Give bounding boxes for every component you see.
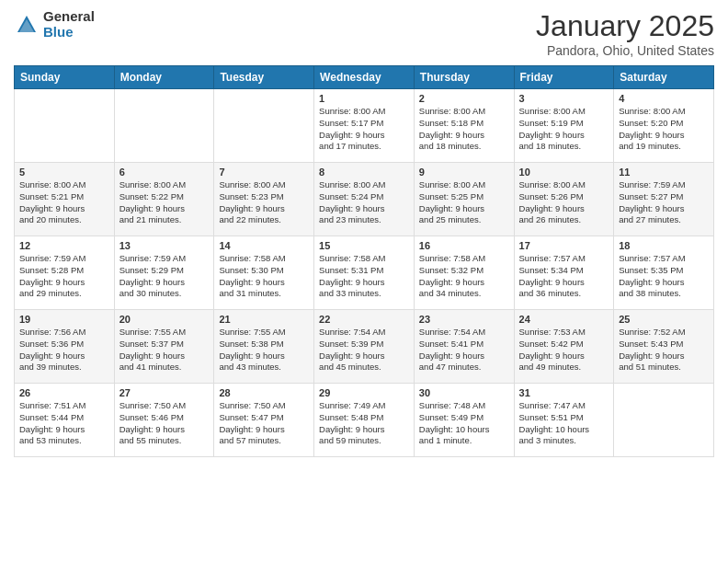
col-monday: Monday [114,66,214,89]
col-saturday: Saturday [614,66,714,89]
logo-icon [14,12,40,38]
cell-date-number: 12 [19,240,109,251]
calendar-row-1: 1Sunrise: 8:00 AM Sunset: 5:17 PM Daylig… [15,89,714,163]
cell-date-number: 3 [519,93,609,104]
cell-info-text: Sunrise: 7:59 AM Sunset: 5:27 PM Dayligh… [619,179,709,226]
table-row: 24Sunrise: 7:53 AM Sunset: 5:42 PM Dayli… [514,310,614,384]
col-friday: Friday [514,66,614,89]
col-thursday: Thursday [414,66,514,89]
cell-date-number: 23 [419,314,509,325]
cell-info-text: Sunrise: 7:53 AM Sunset: 5:42 PM Dayligh… [519,327,609,373]
cell-info-text: Sunrise: 8:00 AM Sunset: 5:25 PM Dayligh… [419,179,509,226]
cell-date-number: 8 [319,167,409,178]
cell-info-text: Sunrise: 8:00 AM Sunset: 5:18 PM Dayligh… [419,106,509,153]
table-row: 10Sunrise: 8:00 AM Sunset: 5:26 PM Dayli… [514,163,614,236]
cell-date-number: 31 [519,387,609,398]
logo-general-text: General [43,9,95,25]
cell-date-number: 25 [619,314,709,325]
header-row: Sunday Monday Tuesday Wednesday Thursday… [15,66,714,89]
cell-info-text: Sunrise: 7:54 AM Sunset: 5:39 PM Dayligh… [319,327,409,373]
table-row: 18Sunrise: 7:57 AM Sunset: 5:35 PM Dayli… [614,236,714,310]
cell-info-text: Sunrise: 7:58 AM Sunset: 5:31 PM Dayligh… [319,253,409,300]
calendar-title: January 2025 [536,9,714,43]
table-row: 23Sunrise: 7:54 AM Sunset: 5:41 PM Dayli… [414,310,514,384]
cell-date-number: 21 [219,314,309,325]
col-sunday: Sunday [15,66,115,89]
calendar-table: Sunday Monday Tuesday Wednesday Thursday… [14,65,714,457]
cell-info-text: Sunrise: 7:57 AM Sunset: 5:34 PM Dayligh… [519,253,609,300]
cell-info-text: Sunrise: 7:47 AM Sunset: 5:51 PM Dayligh… [519,400,609,447]
cell-info-text: Sunrise: 8:00 AM Sunset: 5:23 PM Dayligh… [219,179,309,226]
table-row: 8Sunrise: 8:00 AM Sunset: 5:24 PM Daylig… [314,163,415,236]
calendar-row-3: 12Sunrise: 7:59 AM Sunset: 5:28 PM Dayli… [15,236,714,310]
cell-info-text: Sunrise: 8:00 AM Sunset: 5:17 PM Dayligh… [319,106,409,153]
cell-date-number: 4 [619,93,709,104]
cell-info-text: Sunrise: 7:52 AM Sunset: 5:43 PM Dayligh… [619,327,709,373]
page: General Blue January 2025 Pandora, Ohio,… [0,0,728,563]
table-row: 1Sunrise: 8:00 AM Sunset: 5:17 PM Daylig… [314,89,415,163]
cell-info-text: Sunrise: 8:00 AM Sunset: 5:24 PM Dayligh… [319,179,409,226]
logo-text: General Blue [43,9,95,40]
cell-date-number: 20 [119,314,210,325]
table-row: 29Sunrise: 7:49 AM Sunset: 5:48 PM Dayli… [314,384,415,457]
table-row: 16Sunrise: 7:58 AM Sunset: 5:32 PM Dayli… [414,236,514,310]
cell-info-text: Sunrise: 7:50 AM Sunset: 5:46 PM Dayligh… [119,400,210,447]
cell-info-text: Sunrise: 8:00 AM Sunset: 5:20 PM Dayligh… [619,106,709,153]
cell-info-text: Sunrise: 7:51 AM Sunset: 5:44 PM Dayligh… [19,400,109,447]
cell-date-number: 18 [619,240,709,251]
cell-info-text: Sunrise: 7:50 AM Sunset: 5:47 PM Dayligh… [219,400,309,447]
cell-date-number: 26 [19,387,109,398]
cell-info-text: Sunrise: 7:59 AM Sunset: 5:29 PM Dayligh… [119,253,210,300]
cell-date-number: 29 [319,387,409,398]
cell-date-number: 30 [419,387,509,398]
table-row: 3Sunrise: 8:00 AM Sunset: 5:19 PM Daylig… [514,89,614,163]
col-tuesday: Tuesday [214,66,314,89]
table-row: 21Sunrise: 7:55 AM Sunset: 5:38 PM Dayli… [214,310,314,384]
table-row [614,384,714,457]
table-row: 11Sunrise: 7:59 AM Sunset: 5:27 PM Dayli… [614,163,714,236]
table-row: 28Sunrise: 7:50 AM Sunset: 5:47 PM Dayli… [214,384,314,457]
header: General Blue January 2025 Pandora, Ohio,… [14,9,714,58]
cell-info-text: Sunrise: 7:57 AM Sunset: 5:35 PM Dayligh… [619,253,709,300]
cell-date-number: 15 [319,240,409,251]
cell-date-number: 1 [319,93,409,104]
title-block: January 2025 Pandora, Ohio, United State… [536,9,714,58]
cell-date-number: 16 [419,240,509,251]
col-wednesday: Wednesday [314,66,415,89]
table-row: 5Sunrise: 8:00 AM Sunset: 5:21 PM Daylig… [15,163,115,236]
cell-info-text: Sunrise: 7:59 AM Sunset: 5:28 PM Dayligh… [19,253,109,300]
cell-date-number: 10 [519,167,609,178]
logo-blue-text: Blue [43,25,95,40]
cell-date-number: 22 [319,314,409,325]
cell-info-text: Sunrise: 7:55 AM Sunset: 5:37 PM Dayligh… [119,327,210,373]
cell-date-number: 6 [119,167,210,178]
cell-date-number: 2 [419,93,509,104]
table-row: 25Sunrise: 7:52 AM Sunset: 5:43 PM Dayli… [614,310,714,384]
table-row: 31Sunrise: 7:47 AM Sunset: 5:51 PM Dayli… [514,384,614,457]
table-row: 30Sunrise: 7:48 AM Sunset: 5:49 PM Dayli… [414,384,514,457]
logo: General Blue [14,9,95,40]
table-row [15,89,115,163]
cell-date-number: 13 [119,240,210,251]
table-row [114,89,214,163]
table-row: 15Sunrise: 7:58 AM Sunset: 5:31 PM Dayli… [314,236,415,310]
cell-date-number: 17 [519,240,609,251]
table-row: 17Sunrise: 7:57 AM Sunset: 5:34 PM Dayli… [514,236,614,310]
calendar-row-5: 26Sunrise: 7:51 AM Sunset: 5:44 PM Dayli… [15,384,714,457]
cell-info-text: Sunrise: 8:00 AM Sunset: 5:22 PM Dayligh… [119,179,210,226]
cell-date-number: 5 [19,167,109,178]
cell-info-text: Sunrise: 7:54 AM Sunset: 5:41 PM Dayligh… [419,327,509,373]
cell-date-number: 24 [519,314,609,325]
table-row: 2Sunrise: 8:00 AM Sunset: 5:18 PM Daylig… [414,89,514,163]
cell-info-text: Sunrise: 7:48 AM Sunset: 5:49 PM Dayligh… [419,400,509,447]
cell-date-number: 19 [19,314,109,325]
table-row: 13Sunrise: 7:59 AM Sunset: 5:29 PM Dayli… [114,236,214,310]
table-row: 12Sunrise: 7:59 AM Sunset: 5:28 PM Dayli… [15,236,115,310]
calendar-location: Pandora, Ohio, United States [536,43,714,58]
cell-info-text: Sunrise: 7:55 AM Sunset: 5:38 PM Dayligh… [219,327,309,373]
table-row: 27Sunrise: 7:50 AM Sunset: 5:46 PM Dayli… [114,384,214,457]
cell-info-text: Sunrise: 8:00 AM Sunset: 5:26 PM Dayligh… [519,179,609,226]
table-row: 7Sunrise: 8:00 AM Sunset: 5:23 PM Daylig… [214,163,314,236]
table-row: 6Sunrise: 8:00 AM Sunset: 5:22 PM Daylig… [114,163,214,236]
cell-date-number: 14 [219,240,309,251]
